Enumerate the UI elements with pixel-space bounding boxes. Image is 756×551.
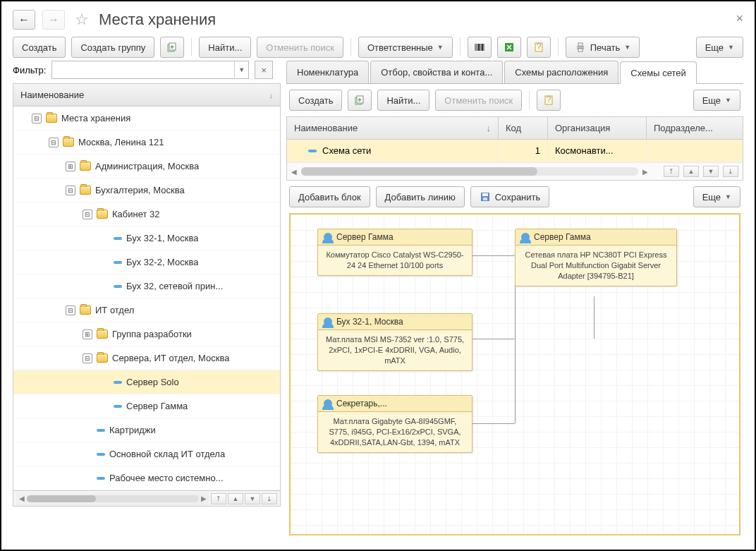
nav-last-icon[interactable]: ⤓ — [262, 493, 277, 504]
nav-last-icon[interactable]: ⤓ — [723, 166, 738, 177]
tree-row[interactable]: Рабочее место системно... — [13, 466, 280, 490]
tab-bar: НоменклатураОтбор, свойства и конта...Сх… — [286, 61, 743, 84]
filter-dropdown-icon[interactable]: ▼ — [234, 61, 248, 78]
tree-body[interactable]: ⊟Места хранения⊟Москва, Ленина 121⊞Админ… — [13, 107, 280, 490]
tree-row[interactable]: Сервер Гамма — [13, 394, 280, 418]
diagram-node[interactable]: Сервер ГаммаСетевая плата HP NC380T PCI … — [515, 229, 677, 286]
tree-label: Бух 32-2, Москва — [126, 257, 198, 267]
create-group-button[interactable]: Создать группу — [71, 37, 154, 58]
more-button[interactable]: Еще▼ — [696, 37, 743, 58]
create-button[interactable]: Создать — [13, 37, 66, 58]
find-button[interactable]: Найти... — [199, 37, 251, 58]
sub-create-button[interactable]: Создать — [289, 90, 342, 111]
tab-2[interactable]: Схемы расположения — [504, 61, 618, 83]
filter-input[interactable]: ▼ — [51, 61, 249, 79]
tree-row[interactable]: ⊞Администрация, Москва — [13, 155, 280, 178]
node-body: Сетевая плата HP NC380T PCI Express Dual… — [516, 246, 676, 286]
diagram-edge[interactable] — [594, 296, 595, 339]
tree-row[interactable]: Основной склад ИТ отдела — [13, 442, 280, 466]
sub-copy-button[interactable] — [348, 90, 372, 111]
collapse-icon[interactable]: ⊟ — [49, 138, 59, 147]
expand-icon[interactable]: ⊞ — [83, 329, 92, 339]
filter-field[interactable] — [52, 61, 234, 78]
table-row[interactable]: Схема сети1Космонавти... — [287, 140, 743, 162]
collapse-icon[interactable]: ⊟ — [32, 114, 42, 123]
add-block-button[interactable]: Добавить блок — [289, 186, 370, 207]
tree-row[interactable]: ⊟Бухгалтерия, Москва — [13, 178, 280, 202]
tree-row[interactable]: ⊟Сервера, ИТ отдел, Москва — [13, 346, 280, 370]
collapse-icon[interactable]: ⊟ — [83, 353, 92, 363]
excel-button[interactable] — [497, 37, 521, 58]
help-doc-button[interactable]: ? — [527, 37, 551, 58]
page-title: Места хранения — [99, 11, 216, 29]
scroll-right-icon[interactable]: ▶ — [201, 495, 207, 502]
nav-first-icon[interactable]: ⤒ — [664, 166, 679, 177]
user-icon — [324, 317, 332, 326]
expand-icon[interactable]: ⊞ — [66, 162, 75, 171]
tree-row[interactable]: ⊟Кабинет 32 — [13, 202, 280, 226]
copy-button[interactable] — [160, 37, 184, 58]
tree-label: Бух 32-1, Москва — [126, 233, 198, 243]
add-line-button[interactable]: Добавить линию — [376, 186, 465, 207]
scroll-left-icon[interactable]: ◀ — [291, 168, 297, 176]
tree-row[interactable]: ⊟Москва, Ленина 121 — [13, 131, 280, 155]
tree-header[interactable]: Наименование ↓ — [13, 84, 280, 107]
collapse-icon[interactable]: ⊟ — [83, 210, 92, 219]
close-icon[interactable]: × — [736, 11, 743, 26]
tree-row[interactable]: ⊟Места хранения — [13, 107, 280, 131]
tab-0[interactable]: Номенклатура — [286, 61, 369, 83]
diagram-node[interactable]: Сервер ГаммаКоммутатор Cisco Catalyst WS… — [317, 229, 472, 276]
tree-row[interactable]: ⊞Группа разработки — [13, 322, 280, 346]
diagram-node[interactable]: Секретарь,...Мат.плата Gigabyte GA-8I945… — [317, 395, 472, 453]
nav-up-icon[interactable]: ▲ — [228, 493, 243, 504]
tree-label: Сервер Solo — [126, 377, 179, 387]
nav-first-icon[interactable]: ⤒ — [211, 493, 226, 504]
diagram-canvas[interactable]: Сервер ГаммаКоммутатор Cisco Catalyst WS… — [289, 213, 740, 535]
chevron-down-icon: ▼ — [725, 193, 731, 200]
tab-1[interactable]: Отбор, свойства и конта... — [370, 61, 503, 83]
diagram-edge[interactable] — [472, 423, 515, 424]
diagram-node[interactable]: Бух 32-1, МоскваМат.плата MSI MS-7352 ve… — [317, 313, 472, 371]
column-header[interactable]: Наименование↓ — [287, 117, 499, 139]
collapse-icon[interactable]: ⊟ — [66, 186, 75, 195]
collapse-icon[interactable]: ⊟ — [66, 305, 75, 315]
tree-row[interactable]: Бух 32-2, Москва — [13, 250, 280, 274]
folder-icon — [63, 138, 74, 147]
tree-row[interactable]: ⊟ИТ отдел — [13, 298, 280, 322]
nav-down-icon[interactable]: ▼ — [245, 493, 260, 504]
forward-button[interactable]: → — [42, 10, 65, 30]
tree-label: Рабочее место системно... — [109, 473, 224, 483]
item-icon — [114, 405, 122, 408]
diagram-edge[interactable] — [472, 339, 515, 339]
column-header[interactable]: Подразделе... — [647, 117, 724, 139]
back-button[interactable]: ← — [13, 10, 35, 30]
sub-find-button[interactable]: Найти... — [377, 90, 429, 111]
node-body: Мат.плата Gigabyte GA-8I945GMF, S775, i9… — [318, 412, 472, 452]
filter-clear-button[interactable]: × — [255, 61, 273, 79]
nav-up-icon[interactable]: ▲ — [683, 166, 699, 177]
diagram-edge[interactable] — [472, 255, 515, 256]
tree-row[interactable]: Картриджи — [13, 418, 280, 442]
scrollbar[interactable] — [301, 167, 638, 176]
favorite-icon[interactable]: ☆ — [75, 11, 89, 29]
nav-down-icon[interactable]: ▼ — [703, 166, 719, 177]
print-button[interactable]: Печать▼ — [566, 37, 640, 58]
tree-row[interactable]: Сервер Solo — [13, 370, 280, 394]
scroll-left-icon[interactable]: ◀ — [19, 495, 25, 502]
diagram-more-button[interactable]: Еще▼ — [693, 186, 740, 207]
column-header[interactable]: Организация — [548, 117, 647, 139]
spreadsheet-icon — [504, 42, 515, 53]
sub-more-button[interactable]: Еще▼ — [693, 90, 740, 111]
save-button[interactable]: Сохранить — [470, 186, 550, 207]
tree-row[interactable]: Бух 32, сетевой прин... — [13, 274, 280, 298]
sub-help-button[interactable]: ? — [537, 90, 561, 111]
scroll-right-icon[interactable]: ▶ — [642, 168, 648, 176]
schemas-table: Наименование↓КодОрганизацияПодразделе...… — [286, 116, 743, 181]
column-header[interactable]: Код — [499, 117, 548, 139]
responsible-dropdown[interactable]: Ответственные▼ — [358, 37, 453, 58]
tree-row[interactable]: Бух 32-1, Москва — [13, 226, 280, 250]
cancel-search-button: Отменить поиск — [257, 37, 343, 58]
barcode-button[interactable] — [468, 37, 492, 58]
chevron-down-icon: ▼ — [624, 44, 630, 51]
tab-3[interactable]: Схемы сетей — [620, 61, 696, 84]
